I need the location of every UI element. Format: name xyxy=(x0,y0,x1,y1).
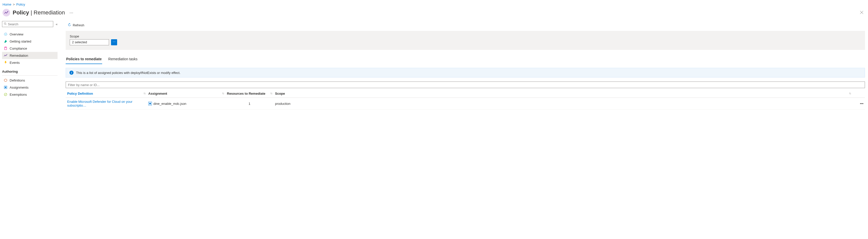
row-more-button[interactable]: ••• xyxy=(852,98,865,110)
compliance-icon xyxy=(4,46,8,50)
sidebar-item-definitions[interactable]: Definitions xyxy=(2,77,58,84)
sort-icon: ↑↓ xyxy=(222,92,224,95)
search-box[interactable] xyxy=(2,21,53,27)
remediation-icon xyxy=(4,54,8,58)
scope-picker-button[interactable]: ··· xyxy=(111,39,117,45)
breadcrumb: Home > Policy xyxy=(0,0,868,8)
resources-count: 1 xyxy=(225,98,274,110)
policies-table: Policy Definition ↑↓ Assignment ↑↓ Resou… xyxy=(66,90,865,110)
main-content: Refresh Scope 2 selected ··· Policies to… xyxy=(60,21,868,110)
refresh-label: Refresh xyxy=(73,23,85,27)
policy-icon xyxy=(3,9,10,16)
column-header-policy-definition[interactable]: Policy Definition ↑↓ xyxy=(66,90,147,98)
sidebar-item-label: Overview xyxy=(10,32,23,36)
svg-line-13 xyxy=(5,94,7,96)
sidebar-item-compliance[interactable]: Compliance xyxy=(2,45,58,52)
svg-rect-11 xyxy=(5,87,6,88)
info-banner-text: This is a list of assigned policies with… xyxy=(76,71,181,75)
sidebar-item-overview[interactable]: Overview xyxy=(2,31,58,38)
sidebar-item-label: Assignments xyxy=(10,86,28,89)
definitions-icon xyxy=(4,78,8,82)
assignments-icon xyxy=(4,85,8,89)
search-input[interactable] xyxy=(8,22,52,26)
page-title-separator: | xyxy=(31,9,32,16)
page-title-main: Policy xyxy=(13,9,29,16)
breadcrumb-policy[interactable]: Policy xyxy=(16,3,25,6)
sidebar-item-label: Exemptions xyxy=(10,93,27,97)
sidebar-item-exemptions[interactable]: Exemptions xyxy=(2,91,58,98)
sidebar-section-authoring: Authoring xyxy=(2,66,58,75)
column-header-assignment[interactable]: Assignment ↑↓ xyxy=(147,90,225,98)
sidebar-item-label: Events xyxy=(10,61,20,65)
sidebar-item-remediation[interactable]: Remediation xyxy=(2,52,58,59)
sidebar-item-events[interactable]: Events xyxy=(2,59,58,66)
svg-point-3 xyxy=(4,23,6,24)
svg-rect-8 xyxy=(5,47,6,47)
scope-label: Scope xyxy=(70,34,861,38)
scope-value: production xyxy=(274,98,852,110)
refresh-button[interactable]: Refresh xyxy=(66,22,87,28)
scope-input[interactable]: 2 selected xyxy=(70,39,109,45)
breadcrumb-home[interactable]: Home xyxy=(3,3,11,6)
table-row[interactable]: Enable Microsoft Defender for Cloud on y… xyxy=(66,98,865,110)
info-banner: i This is a list of assigned policies wi… xyxy=(66,68,865,77)
search-icon xyxy=(4,22,7,26)
page-title-subtitle: Remediation xyxy=(34,9,65,16)
info-icon: i xyxy=(69,71,73,75)
close-button[interactable] xyxy=(858,9,865,16)
column-header-resources[interactable]: Resources to Remediate ↑↓ xyxy=(225,90,274,98)
assignment-name: dine_enable_mdc.json xyxy=(153,102,186,106)
toolbar: Refresh xyxy=(66,21,865,31)
sort-icon: ↑↓ xyxy=(144,92,145,95)
section-divider xyxy=(2,75,58,76)
tab-remediation-tasks[interactable]: Remediation tasks xyxy=(108,55,138,64)
svg-marker-9 xyxy=(4,79,7,82)
collapse-sidebar-button[interactable]: « xyxy=(56,22,58,26)
tab-policies-to-remediate[interactable]: Policies to remediate xyxy=(66,55,102,64)
sidebar-item-label: Definitions xyxy=(10,78,25,82)
page-header: Policy | Remediation ··· xyxy=(0,8,868,21)
sidebar-item-getting-started[interactable]: Getting started xyxy=(2,38,58,45)
exemptions-icon xyxy=(4,93,8,97)
sidebar-item-label: Getting started xyxy=(10,39,31,43)
header-more-button[interactable]: ··· xyxy=(69,10,73,15)
svg-line-4 xyxy=(6,24,7,25)
sidebar-item-label: Compliance xyxy=(10,46,27,50)
sidebar-item-label: Remediation xyxy=(10,54,28,58)
breadcrumb-separator: > xyxy=(13,3,15,6)
filter-input[interactable] xyxy=(66,81,865,88)
scope-panel: Scope 2 selected ··· xyxy=(66,31,865,50)
overview-icon xyxy=(4,32,8,36)
column-header-scope[interactable]: Scope ↑↓ xyxy=(274,90,852,98)
tabs: Policies to remediate Remediation tasks xyxy=(66,55,865,64)
refresh-icon xyxy=(68,23,71,27)
getting-started-icon xyxy=(4,39,8,43)
svg-marker-14 xyxy=(69,23,70,24)
events-icon xyxy=(4,61,8,65)
page-title: Policy | Remediation xyxy=(13,9,65,16)
sort-icon: ↑↓ xyxy=(849,92,851,95)
assignment-icon xyxy=(148,102,152,105)
sidebar: « Overview Getting started Compliance Re… xyxy=(0,21,60,110)
sort-icon: ↑↓ xyxy=(270,92,272,95)
policy-definition-link[interactable]: Enable Microsoft Defender for Cloud on y… xyxy=(67,100,132,107)
svg-point-6 xyxy=(5,34,6,35)
sidebar-item-assignments[interactable]: Assignments xyxy=(2,84,58,91)
